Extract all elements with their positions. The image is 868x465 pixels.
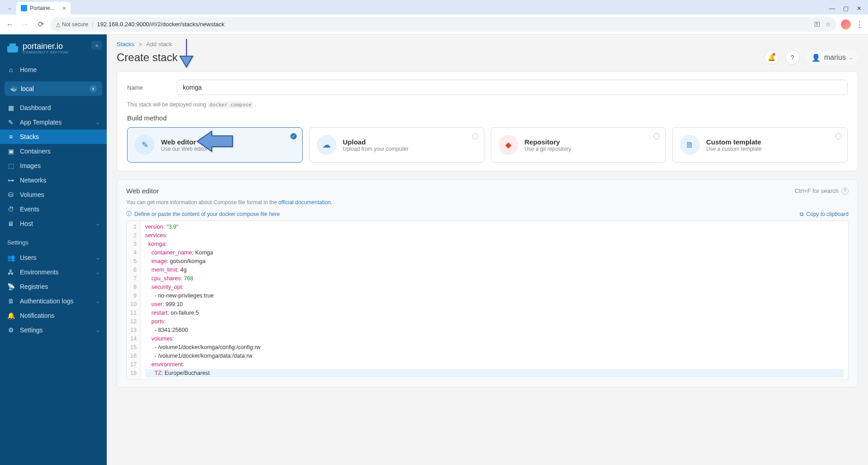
code-line[interactable]: - no-new-privileges:true [145,292,844,300]
code-line[interactable]: container_name: Komga [145,249,844,257]
sidebar-item-home[interactable]: ⌂ Home [0,62,107,77]
sidebar-item-label: Home [20,66,37,73]
code-line[interactable]: TZ: Europe/Bucharest [145,369,844,378]
sidebar-item-networks[interactable]: ⊶Networks [0,173,107,187]
stack-form-card: Name This stack will be deployed using d… [117,71,858,171]
sidebar-item-host[interactable]: 🖥Host⌵ [0,216,107,231]
code-line[interactable]: environment: [145,360,844,369]
sidebar-collapse-button[interactable]: « [91,41,102,50]
sidebar-item-label: Settings [20,326,43,334]
method-icon: ✎ [135,135,155,155]
nav-icon: 🗎 [7,297,14,305]
code-line[interactable]: - /volume1/docker/komga/config:/config:r… [145,343,844,352]
breadcrumb-root[interactable]: Stacks [117,41,134,48]
sidebar-item-events[interactable]: ⏱Events [0,202,107,216]
sidebar-item-label: Authentication logs [20,297,73,305]
browser-tab[interactable]: Portaine... × [16,2,71,14]
code-line[interactable]: mem_limit: 4g [145,266,844,274]
method-title: Custom template [706,138,762,146]
stack-name-input[interactable] [177,80,848,95]
help-button[interactable]: ? [785,50,800,65]
code-line[interactable]: cpu_shares: 768 [145,274,844,283]
code-line[interactable]: - 8341:25600 [145,326,844,335]
tab-title: Portaine... [30,5,55,11]
sidebar-item-notifications[interactable]: 🔔Notifications [0,308,107,323]
close-icon[interactable]: × [62,5,66,12]
close-window-icon[interactable]: ✕ [857,5,862,12]
sidebar-item-users[interactable]: 👥Users⌵ [0,250,107,265]
maximize-icon[interactable]: ▢ [843,5,849,12]
forward-button[interactable]: → [20,19,31,30]
deploy-helper-text: This stack will be deployed using docker… [127,101,848,108]
build-method-web-editor[interactable]: ✎ Web editor Use our Web editor ✓ [127,127,303,163]
nav-icon: ⚙ [7,326,14,334]
code-line[interactable]: version: "3.9" [145,223,844,231]
sidebar-item-registries[interactable]: 📡Registries [0,279,107,294]
sidebar-item-containers[interactable]: ▣Containers [0,144,107,158]
sidebar-item-app-templates[interactable]: ✎App Templates⌵ [0,115,107,129]
environment-selector[interactable]: 🐳 local × [5,81,102,96]
sidebar-item-label: Volumes [20,191,44,198]
bookmark-star-icon[interactable]: ☆ [825,21,831,28]
nav-icon: 🖥 [7,220,14,227]
copy-to-clipboard-button[interactable]: ⧉ Copy to clipboard [800,211,849,217]
user-menu[interactable]: 👤 marius ⌵ [806,51,858,65]
code-line[interactable]: services: [145,231,844,240]
url-text: 192.168.0.240:9000/#!/2/docker/stacks/ne… [97,21,224,28]
minimize-icon[interactable]: — [829,5,835,12]
nav-icon: ⏱ [7,206,14,213]
editor-help-text: You can get more information about Compo… [126,199,849,206]
sidebar-item-dashboard[interactable]: ▦Dashboard [0,101,107,115]
environment-close-icon[interactable]: × [90,85,97,92]
logo-subtitle: COMMUNITY EDITION [23,50,68,54]
editor-hint: ⓘ Define or paste the content of your do… [126,210,280,218]
nav-icon: ⊶ [7,177,14,184]
password-key-icon[interactable]: ⚿ [814,21,820,28]
sidebar-item-authentication-logs[interactable]: 🗎Authentication logs⌵ [0,294,107,308]
url-bar[interactable]: △ Not secure | 192.168.0.240:9000/#!/2/d… [51,17,836,32]
profile-avatar-icon[interactable] [841,19,851,29]
code-line[interactable]: - /volume1/docker/komga/data:/data:rw [145,352,844,360]
build-method-upload[interactable]: ☁ Upload Upload from your computer [309,127,484,163]
code-line[interactable]: image: gotson/komga [145,257,844,266]
code-editor[interactable]: 123456789101112131415161718 version: "3.… [126,221,849,380]
sidebar-item-label: Registries [20,283,48,290]
notifications-button[interactable]: 🔔 [764,50,779,65]
documentation-link[interactable]: official documentation [278,199,331,206]
user-icon: 👤 [811,53,821,62]
sidebar-item-label: Users [20,254,37,261]
environment-name: local [21,85,34,92]
code-line[interactable]: ports: [145,317,844,326]
build-method-repository[interactable]: ◆ Repository Use a git repository [491,127,666,163]
nav-icon: ▣ [7,148,14,155]
build-method-custom-template[interactable]: 🗎 Custom template Use a custom template [672,127,848,163]
line-gutter: 123456789101112131415161718 [127,221,141,379]
sidebar-item-label: Events [20,206,39,213]
chevron-down-icon: ⌵ [96,120,100,125]
code-line[interactable]: security_opt: [145,283,844,292]
sidebar-item-volumes[interactable]: ⛁Volumes [0,187,107,202]
tab-list-dropdown[interactable]: ⌵ [5,4,14,12]
nav-icon: ⛁ [7,191,14,198]
back-button[interactable]: ← [5,19,15,30]
sidebar-item-settings[interactable]: ⚙Settings⌵ [0,323,107,337]
help-circle-icon[interactable]: ? [841,187,849,195]
reload-button[interactable]: ⟳ [35,19,46,30]
user-name: marius [824,53,846,62]
editor-title: Web editor [126,187,159,195]
code-line[interactable]: volumes: [145,335,844,343]
nav-icon: 🖧 [7,268,14,276]
code-line[interactable]: user: 999:10 [145,300,844,309]
security-indicator[interactable]: △ Not secure [56,21,88,28]
editor-search-hint: Ctrl+F for search ? [795,187,849,195]
code-line[interactable]: komga: [145,240,844,249]
code-content[interactable]: version: "3.9"services: komga: container… [141,221,848,379]
sidebar-item-images[interactable]: ⬚Images [0,158,107,173]
sidebar-item-label: Stacks [20,133,39,140]
sidebar-item-stacks[interactable]: ≡Stacks [0,129,107,144]
browser-menu-icon[interactable]: ⋮ [855,19,863,29]
logo[interactable]: portainer.io COMMUNITY EDITION [0,34,107,61]
sidebar-item-environments[interactable]: 🖧Environments⌵ [0,265,107,279]
code-line[interactable]: restart: on-failure:5 [145,309,844,317]
whale-icon: 🐳 [10,86,17,92]
